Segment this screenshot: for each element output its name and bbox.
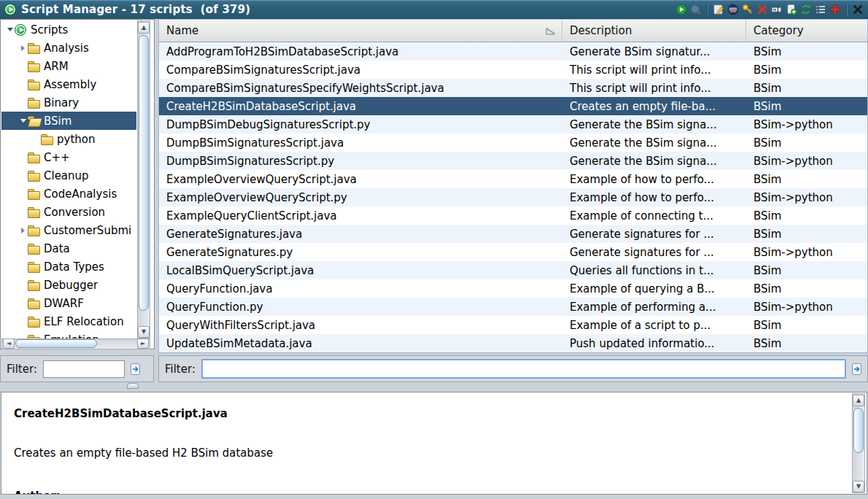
table-filter-input[interactable] bbox=[201, 359, 846, 379]
tree-item-data-types[interactable]: Data Types bbox=[1, 258, 136, 276]
help-button[interactable] bbox=[828, 2, 842, 17]
tree-item-debugger[interactable]: Debugger bbox=[1, 276, 136, 294]
cell-name: AddProgramToH2BSimDatabaseScript.java bbox=[159, 45, 562, 58]
tree-item-customersubmi[interactable]: CustomerSubmi bbox=[1, 221, 136, 239]
folder-icon bbox=[28, 298, 40, 309]
cell-name: CreateH2BSimDatabaseScript.java bbox=[159, 100, 562, 113]
rename-script-button[interactable] bbox=[770, 2, 784, 17]
table-row-exampleoverviewqueryscript-py[interactable]: ExampleOverviewQueryScript.pyExample of … bbox=[159, 188, 867, 206]
manage-script-directories-button[interactable] bbox=[813, 2, 828, 17]
description-vscroll-thumb[interactable] bbox=[853, 408, 864, 453]
tree-hscroll-thumb[interactable] bbox=[15, 339, 97, 348]
tree-item-python[interactable]: python bbox=[1, 130, 136, 148]
tree-item-label: Binary bbox=[44, 96, 79, 109]
cell-name: ExampleOverviewQueryScript.py bbox=[159, 191, 562, 204]
tree-item-arm[interactable]: ARM bbox=[1, 57, 136, 75]
tree-item-emulation[interactable]: Emulation bbox=[1, 330, 136, 339]
expander-spacer bbox=[18, 93, 28, 112]
scroll-down-arrow[interactable]: ▼ bbox=[853, 481, 864, 492]
collapsed-arrow-icon[interactable] bbox=[18, 221, 28, 239]
run-last-script-button[interactable] bbox=[689, 2, 703, 17]
tree-filter-input[interactable] bbox=[43, 360, 125, 378]
description-vertical-scrollbar[interactable]: ▲ ▼ bbox=[852, 393, 865, 493]
table-row-comparebsimsignaturesscript-java[interactable]: CompareBSimSignaturesScript.javaThis scr… bbox=[159, 61, 867, 79]
tree-item-conversion[interactable]: Conversion bbox=[1, 203, 136, 221]
tree-item-label: ELF Relocation bbox=[44, 315, 124, 328]
close-button[interactable] bbox=[850, 2, 865, 17]
table-row-updatebsimmetadata-java[interactable]: UpdateBSimMetadata.javaPush updated info… bbox=[159, 334, 867, 352]
tree-item-data[interactable]: Data bbox=[1, 239, 136, 258]
scroll-left-arrow[interactable]: ◄ bbox=[3, 339, 15, 349]
horizontal-splitter[interactable] bbox=[0, 382, 868, 392]
cell-category: BSim bbox=[746, 337, 867, 350]
edit-script-button[interactable] bbox=[711, 2, 726, 17]
table-row-localbsimqueryscript-java[interactable]: LocalBSimQueryScript.javaQueries all fun… bbox=[159, 261, 867, 279]
table-row-queryfunction-java[interactable]: QueryFunction.javaExample of querying a … bbox=[159, 279, 867, 298]
toolbar-separator bbox=[846, 4, 847, 15]
filter-options-icon[interactable] bbox=[129, 363, 142, 376]
tree-item-dwarf[interactable]: DWARF bbox=[1, 294, 136, 312]
expander-spacer bbox=[18, 75, 28, 93]
cell-description: Push updated informatio... bbox=[562, 337, 746, 350]
table-row-comparebsimsignaturesspecifyweightsscript-java[interactable]: CompareBSimSignaturesSpecifyWeightsScrip… bbox=[159, 79, 867, 97]
scroll-up-arrow[interactable]: ▲ bbox=[138, 22, 150, 34]
tree-vscroll-thumb[interactable] bbox=[139, 35, 149, 311]
expanded-arrow-icon[interactable] bbox=[18, 112, 28, 130]
expanded-arrow-icon[interactable] bbox=[5, 20, 15, 39]
expander-spacer bbox=[18, 294, 28, 312]
table-row-examplequeryclientscript-java[interactable]: ExampleQueryClientScript.javaExample of … bbox=[159, 206, 867, 225]
splitter-handle-icon[interactable] bbox=[127, 383, 139, 389]
category-tree-panel: ScriptsAnalysisARMAssemblyBinaryBSimpyth… bbox=[0, 19, 155, 349]
tree-item-elf-relocation[interactable]: ELF Relocation bbox=[1, 312, 136, 330]
cell-name: DumpBSimSignaturesScript.py bbox=[159, 155, 562, 168]
assign-key-binding-button[interactable] bbox=[740, 2, 755, 17]
delete-script-button[interactable] bbox=[755, 2, 770, 17]
tree-item-binary[interactable]: Binary bbox=[1, 93, 136, 112]
tree-item-assembly[interactable]: Assembly bbox=[1, 75, 136, 93]
cell-description: Example of how to perfo... bbox=[562, 173, 746, 186]
folder-icon bbox=[41, 134, 53, 145]
cell-name: QueryFunction.py bbox=[159, 301, 562, 314]
filter-label: Filter: bbox=[165, 363, 195, 376]
cell-name: DumpBSimDebugSignaturesScript.py bbox=[159, 118, 562, 131]
table-row-generatesignatures-java[interactable]: GenerateSignatures.javaGenerate signatur… bbox=[159, 225, 867, 243]
table-row-dumpbsimsignaturesscript-java[interactable]: DumpBSimSignaturesScript.javaGenerate th… bbox=[159, 134, 867, 152]
expander-spacer bbox=[18, 203, 28, 221]
tree-horizontal-scrollbar[interactable]: ◄ ► bbox=[1, 339, 150, 349]
scroll-down-arrow[interactable]: ▼ bbox=[138, 326, 150, 338]
cell-name: GenerateSignatures.java bbox=[159, 228, 562, 241]
tree-item-codeanalysis[interactable]: CodeAnalysis bbox=[1, 185, 136, 203]
cell-category: BSim->python bbox=[746, 118, 867, 131]
table-row-addprogramtoh2bsimdatabasescript-java[interactable]: AddProgramToH2BSimDatabaseScript.javaGen… bbox=[159, 42, 867, 61]
scroll-right-arrow[interactable]: ► bbox=[137, 339, 149, 349]
tree-item-analysis[interactable]: Analysis bbox=[1, 39, 136, 57]
tree-item-scripts[interactable]: Scripts bbox=[1, 20, 136, 39]
rerun-icon bbox=[690, 4, 702, 15]
table-row-querywithfiltersscript-java[interactable]: QueryWithFiltersScript.javaExample of a … bbox=[159, 316, 867, 334]
tree-item-label: Cleanup bbox=[44, 169, 89, 182]
table-row-exampleoverviewqueryscript-java[interactable]: ExampleOverviewQueryScript.javaExample o… bbox=[159, 170, 867, 188]
scroll-up-arrow[interactable]: ▲ bbox=[853, 395, 864, 406]
cell-description: Example of how to perfo... bbox=[562, 191, 746, 204]
tree-item-label: CodeAnalysis bbox=[44, 187, 117, 201]
refresh-script-list-button[interactable] bbox=[799, 2, 813, 17]
run-script-button[interactable] bbox=[674, 2, 689, 17]
script-manager-play-icon bbox=[4, 4, 16, 15]
filter-options-icon[interactable] bbox=[850, 363, 864, 376]
table-row-createh2bsimdatabasescript-java[interactable]: CreateH2BSimDatabaseScript.javaCreates a… bbox=[159, 97, 867, 115]
table-row-generatesignatures-py[interactable]: GenerateSignatures.pyGenerate signatures… bbox=[159, 243, 867, 261]
tree-item-c[interactable]: C++ bbox=[1, 148, 136, 166]
column-header-description[interactable]: Description bbox=[562, 20, 746, 42]
tree-vertical-scrollbar[interactable]: ▲ ▼ bbox=[137, 20, 150, 339]
collapsed-arrow-icon[interactable] bbox=[18, 39, 28, 57]
table-row-queryfunction-py[interactable]: QueryFunction.pyExample of performing a.… bbox=[159, 298, 867, 316]
tree-item-bsim[interactable]: BSim bbox=[1, 112, 136, 130]
tree-item-cleanup[interactable]: Cleanup bbox=[1, 166, 136, 185]
cell-description: Generate the BSim signa... bbox=[562, 155, 746, 168]
table-row-dumpbsimsignaturesscript-py[interactable]: DumpBSimSignaturesScript.pyGenerate the … bbox=[159, 152, 867, 170]
column-header-name[interactable]: Name bbox=[159, 20, 562, 42]
table-row-dumpbsimdebugsignaturesscript-py[interactable]: DumpBSimDebugSignaturesScript.pyGenerate… bbox=[159, 115, 867, 134]
new-script-button[interactable] bbox=[784, 2, 799, 17]
column-header-category[interactable]: Category bbox=[746, 20, 867, 42]
edit-in-eclipse-button[interactable] bbox=[726, 2, 740, 17]
